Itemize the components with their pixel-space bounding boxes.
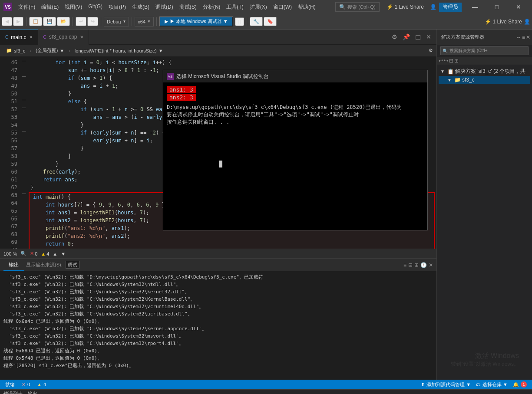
solution-label: 解决方案 'sf3_c' (2 个项目，共 <box>455 68 525 75</box>
more-toolbar-btns[interactable]: 🔧 <box>250 17 263 26</box>
file-bar: 📁 sf3_c › (全局范围) ▼ › longestWPI2(int * h… <box>0 45 436 57</box>
nav-down[interactable]: ▼ <box>61 251 66 256</box>
menu-extensions[interactable]: 扩展(X) <box>247 3 270 12</box>
title-actions: ⚡ 1 Live Share 👤 管理员 <box>383 3 462 12</box>
output-action-2[interactable]: ⊟ <box>408 262 413 268</box>
menu-edit[interactable]: 编辑(E) <box>39 3 61 12</box>
toolbar-btn-2[interactable]: 💾 <box>43 17 56 26</box>
status-notification[interactable]: 🔔 1 <box>511 381 529 388</box>
tab-action-pin[interactable]: 📌 <box>401 33 412 40</box>
menu-tools[interactable]: 工具(T) <box>224 3 246 12</box>
right-panel: 解决方案资源管理器 ↔ ≡ ✕ 🔍 搜索解决方案 (Ctrl+ ↩ ↪ ⊟ <box>436 30 532 380</box>
output-filter-label: 显示输出来源(S): <box>26 262 63 267</box>
menu-view[interactable]: 视图(V) <box>62 3 85 12</box>
warning-icon: ▲ <box>41 251 46 256</box>
sol-toolbar-btn-3[interactable]: ⊟ <box>449 58 453 64</box>
scope-item[interactable]: (全局范围) ▼ <box>33 46 67 55</box>
tree-project-sf3c[interactable]: ▼ 📁 sf3_c <box>439 76 530 84</box>
maximize-button[interactable]: □ <box>487 0 507 14</box>
tab-action-split[interactable]: ◫ <box>413 33 423 40</box>
platform-dropdown[interactable]: x64 ▼ <box>135 17 154 26</box>
redo-button[interactable]: ↪ <box>87 17 98 26</box>
bookmark-button[interactable]: 🔖 <box>264 17 277 26</box>
toolbar-btn-3[interactable]: 📂 <box>57 17 70 26</box>
menu-window[interactable]: 窗口(W) <box>271 3 294 12</box>
output-action-4[interactable]: 🕐 <box>420 262 427 268</box>
run-debugger-button[interactable]: ▶ ▶ 本地 Windows 调试器 ▼ <box>159 16 233 26</box>
output-panel: 输出 显示输出来源(S): 调试 ≡ ⊟ ⊞ 🕐 ✕ "sf3_c.exe" (… <box>0 258 436 380</box>
toolbar-separator-3 <box>101 17 101 26</box>
sync-icon[interactable]: ↔ <box>516 34 521 40</box>
menu-git[interactable]: Git(G) <box>86 3 105 12</box>
right-panel-close[interactable]: ✕ <box>526 34 530 40</box>
debug-config-dropdown[interactable]: Debug ▼ <box>104 17 129 26</box>
status-add-source[interactable]: ⬆ 添加到源代码管理 ▼ <box>419 381 473 388</box>
error-list-tab[interactable]: 错误列表 <box>3 391 23 394</box>
editor-and-right: C main.c ✕ C sf3_cpp.cpp ✕ ⚙ 📌 ◫ ✕ <box>0 30 532 380</box>
tab-main-c[interactable]: C main.c ✕ <box>0 30 38 45</box>
menu-debug[interactable]: 调试(D) <box>153 3 176 12</box>
toolbar-btn-1[interactable]: 📋 <box>29 17 42 26</box>
live-share-label: 1 Live Share <box>395 4 424 10</box>
function-item[interactable]: longestWPI2(int * hours, int hoursSize) … <box>72 47 166 54</box>
solution-search-box[interactable]: 🔍 搜索解决方案 (Ctrl+ <box>440 46 529 55</box>
filter-icon[interactable]: ≡ <box>522 34 525 40</box>
status-ready[interactable]: 就绪 <box>3 381 17 388</box>
tab-close-2[interactable]: ✕ <box>80 35 83 39</box>
menu-build[interactable]: 生成(B) <box>129 3 152 12</box>
window-controls[interactable]: — □ ✕ <box>465 0 529 14</box>
toolbar-separator-2 <box>73 17 73 26</box>
tab-output[interactable]: 输出 <box>3 259 24 271</box>
source-icon: ⬆ <box>421 382 425 387</box>
live-share-toolbar[interactable]: ⚡ 1 Live Share <box>485 19 522 25</box>
scope-arrow: ▼ <box>59 48 64 53</box>
menu-bar[interactable]: 文件(F) 编辑(E) 视图(V) Git(G) 项目(P) 生成(B) 调试(… <box>16 3 318 12</box>
nav-back-button[interactable]: ◀ <box>2 17 12 26</box>
search-box[interactable]: 🔍 搜索 (Ctrl+Q) <box>335 2 379 12</box>
live-share-button[interactable]: ⚡ 1 Live Share <box>383 3 427 11</box>
menu-test[interactable]: 测试(S) <box>177 3 199 12</box>
zoom-level: 100 % <box>3 251 17 256</box>
toolbar-separator-4 <box>132 17 132 26</box>
title-bar: VS 文件(F) 编辑(E) 视图(V) Git(G) 项目(P) 生成(B) … <box>0 0 532 14</box>
file-name: sf3_c <box>14 48 25 53</box>
manage-button[interactable]: 管理员 <box>439 3 462 12</box>
output-action-3[interactable]: ⊞ <box>414 262 419 268</box>
solution-explorer-title-tab: 解决方案资源管理器 <box>439 34 516 40</box>
minimize-button[interactable]: — <box>465 0 485 14</box>
error-count[interactable]: ✕ 0 <box>30 251 37 256</box>
undo-button[interactable]: ↩ <box>76 17 86 26</box>
sol-toolbar-btn-2[interactable]: ↪ <box>444 58 448 64</box>
tab-action-close-all[interactable]: ✕ <box>424 33 433 40</box>
status-select-repo[interactable]: 🗂 选择仓库 ▼ <box>474 381 509 388</box>
code-line-46: for (int i = 0; i < hoursSize; i++) { <box>27 59 436 66</box>
sol-toolbar-btn-1[interactable]: ↩ <box>439 58 443 64</box>
output-filter-value[interactable]: 调试 <box>66 261 79 269</box>
refresh-button[interactable]: || <box>235 17 245 26</box>
close-button[interactable]: ✕ <box>509 0 529 14</box>
menu-analyze[interactable]: 分析(N) <box>200 3 223 12</box>
tab-action-settings[interactable]: ⚙ <box>390 33 399 40</box>
output-tab-bottom[interactable]: 输出 <box>28 391 37 394</box>
sol-toolbar-btn-4[interactable]: ⊞ <box>454 58 459 64</box>
status-warnings[interactable]: ▲ 4 <box>35 382 48 387</box>
file-path-item[interactable]: 📁 sf3_c <box>3 47 28 54</box>
warning-count[interactable]: ▲ 4 <box>41 251 49 256</box>
menu-project[interactable]: 项目(P) <box>106 3 129 12</box>
tab-label-2: sf3_cpp.cpp <box>49 34 77 40</box>
tab-sf3-cpp[interactable]: C sf3_cpp.cpp ✕ <box>38 30 89 45</box>
nav-up[interactable]: ▲ <box>53 251 57 256</box>
menu-file[interactable]: 文件(F) <box>16 3 38 12</box>
solution-toolbar: ↩ ↪ ⊟ ⊞ <box>437 57 532 65</box>
output-action-1[interactable]: ≡ <box>403 262 406 268</box>
tree-solution-root[interactable]: ▼ 📋 解决方案 'sf3_c' (2 个项目，共 <box>439 67 530 76</box>
project-icon: 📁 <box>454 77 460 83</box>
right-panel-tab-bar: 解决方案资源管理器 ↔ ≡ ✕ <box>437 30 532 45</box>
tab-close-1[interactable]: ✕ <box>29 35 33 39</box>
console-cursor-area <box>219 161 424 169</box>
output-action-5[interactable]: ✕ <box>429 262 433 268</box>
nav-forward-button[interactable]: ▶ <box>13 17 23 26</box>
menu-help[interactable]: 帮助(H) <box>295 3 318 12</box>
status-errors[interactable]: ✕ 0 <box>20 382 32 387</box>
output-content[interactable]: "sf3_c.exe" (Win32): 已加载 "D:\mysetup\gop… <box>0 272 436 380</box>
